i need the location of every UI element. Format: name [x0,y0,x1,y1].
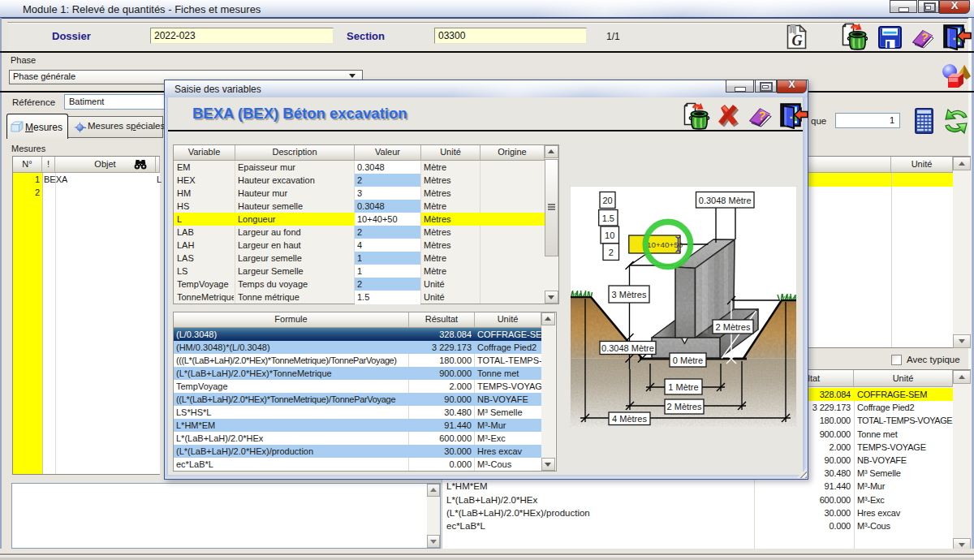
svg-text:0 Mètre: 0 Mètre [673,355,703,365]
svg-text:0.3048 Mètre: 0.3048 Mètre [699,196,752,205]
svg-text:2 Mètres: 2 Mètres [716,322,751,332]
svg-text:0.3048 Mètre: 0.3048 Mètre [601,343,654,353]
svg-text:2 Mètres: 2 Mètres [667,402,702,411]
svg-text:G: G [792,32,803,49]
svg-text:1.5: 1.5 [602,213,614,223]
svg-text:1 Mètre: 1 Mètre [668,382,698,392]
svg-text:20: 20 [602,196,612,205]
svg-text:3 Mètres: 3 Mètres [612,290,647,299]
svg-text:10: 10 [605,230,614,240]
svg-text:2: 2 [609,248,614,257]
svg-text:4 Mètres: 4 Mètres [612,414,647,424]
